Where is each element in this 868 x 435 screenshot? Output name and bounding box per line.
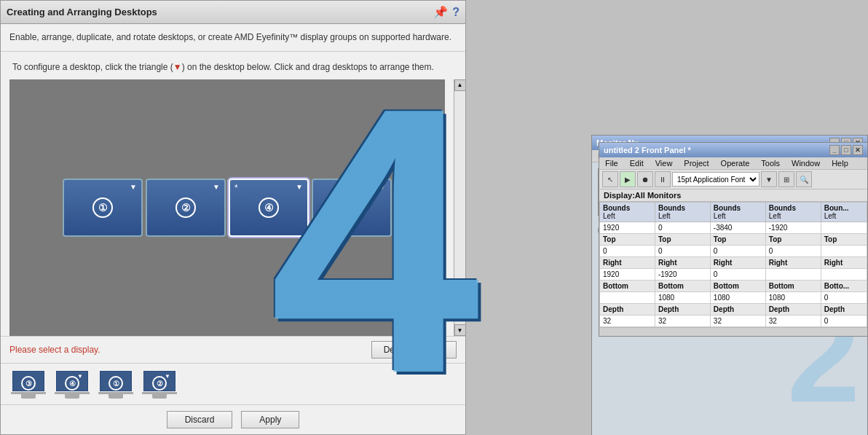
table-row: 1080 1080 1080 0 <box>600 292 867 304</box>
cell-right-label-2: Right <box>655 257 710 269</box>
cell-bottom-label-2: Bottom <box>655 281 710 292</box>
lv-table-container[interactable]: BoundsLeft BoundsLeft BoundsLeft BoundsL… <box>599 202 867 327</box>
lv-close-btn[interactable]: ✕ <box>853 145 863 155</box>
lv-col-header-4: BoundsLeft <box>765 203 821 222</box>
table-row: 32 32 32 32 0 <box>600 316 867 327</box>
lv-pause-tool[interactable]: ⏸ <box>655 171 671 187</box>
lv-project-menu[interactable]: Project <box>678 157 714 169</box>
monitor-2-dropdown[interactable]: ▼ <box>213 183 220 191</box>
cell-bottom-val-4: 1080 <box>765 292 821 304</box>
amd-pin-icon[interactable]: 📌 <box>433 5 448 19</box>
table-row: 1920 0 -3840 -1920 <box>600 222 867 234</box>
cell-bottom-label-3: Bottom <box>710 281 765 292</box>
detect-displays-button[interactable]: Detect Displays <box>371 341 457 358</box>
lv-title-bar: untitled 2 Front Panel * _ □ ✕ <box>599 143 867 157</box>
discard-button[interactable]: Discard <box>167 411 233 428</box>
status-bar: Please select a display. Detect Displays <box>1 336 465 363</box>
monitor-icon-1[interactable]: ① <box>97 369 135 399</box>
scroll-up-btn[interactable]: ▲ <box>454 79 466 91</box>
monitor-icon-2-dropdown[interactable]: ▼ <box>165 373 170 380</box>
cell-bottom-label-4: Bottom <box>765 281 821 292</box>
lv-maximize-btn[interactable]: □ <box>841 145 851 155</box>
cell-bottom-label-1: Bottom <box>600 281 655 292</box>
lv-minimize-btn[interactable]: _ <box>829 145 840 155</box>
monitor-icon-4[interactable]: ④ ▼ <box>53 369 91 399</box>
monitor-icon-3-stand <box>21 393 36 399</box>
desktop-area: ▼ ① ▼ ② * ▼ ④ ▼ <box>9 79 445 336</box>
monitor-icon-3[interactable]: ③ <box>9 369 47 399</box>
lv-stop-tool[interactable]: ⏺ <box>637 171 653 187</box>
monitor-3-number: ④ <box>259 197 279 218</box>
lv-font-dropdown[interactable]: ▼ <box>761 171 777 187</box>
lv-scrollbar-horizontal[interactable] <box>599 327 867 336</box>
monitor-4-dropdown[interactable]: ▼ <box>379 183 386 191</box>
cell-depth-val-1: 32 <box>600 316 655 327</box>
lv-col-header-5: Boun...Left <box>821 203 867 222</box>
cell-right-val-3: 0 <box>710 269 765 281</box>
cell-top-val-1: 0 <box>600 246 655 257</box>
lv-window-menu[interactable]: Window <box>786 157 826 169</box>
monitor-icon-1-stand <box>108 393 123 399</box>
cell-left-2: 0 <box>655 222 710 234</box>
monitor-3-dropdown[interactable]: ▼ <box>296 183 303 191</box>
scrollbar-right[interactable]: ▲ ▼ <box>454 79 465 336</box>
desktop-monitor-2[interactable]: ▼ ② <box>146 179 226 237</box>
cell-depth-label-3: Depth <box>710 304 765 316</box>
monitor-icon-4-dropdown[interactable]: ▼ <box>77 373 83 380</box>
lv-data-table: BoundsLeft BoundsLeft BoundsLeft BoundsL… <box>599 202 867 327</box>
cell-top-val-5 <box>821 246 867 257</box>
cell-depth-val-4: 32 <box>765 316 821 327</box>
lv-panel: untitled 2 Front Panel * _ □ ✕ File Edit… <box>599 142 868 337</box>
table-row: Depth Depth Depth Depth Depth <box>600 304 867 316</box>
cell-bottom-label-5: Botto... <box>821 281 867 292</box>
lv-col-header-3: BoundsLeft <box>710 203 765 222</box>
bottom-buttons: Discard Apply <box>1 404 465 434</box>
cell-bottom-val-2: 1080 <box>655 292 710 304</box>
desktop-monitors-row: ▼ ① ▼ ② * ▼ ④ ▼ <box>63 179 392 237</box>
lv-view-control[interactable]: ⊞ <box>778 171 794 187</box>
cell-right-val-2: -1920 <box>655 269 710 281</box>
lv-file-menu[interactable]: File <box>599 157 624 169</box>
monitor-icons-row: ③ ④ ▼ <box>1 363 465 404</box>
lv-view-menu[interactable]: View <box>650 157 679 169</box>
lv-search-tool[interactable]: 🔍 <box>796 171 812 187</box>
cell-depth-label-5: Depth <box>821 304 867 316</box>
cell-depth-label-2: Depth <box>655 304 710 316</box>
lv-display-label: Display:All Monitors <box>599 189 867 202</box>
cell-left-3: -3840 <box>710 222 765 234</box>
desktop-monitor-4[interactable]: ▼ ③ <box>312 179 392 237</box>
monitor-1-dropdown[interactable]: ▼ <box>130 183 137 191</box>
cell-bottom-val-5: 0 <box>821 292 867 304</box>
monitor-icon-3-number: ③ <box>21 376 36 391</box>
amd-help-icon[interactable]: ? <box>452 6 459 19</box>
lv-help-menu[interactable]: Help <box>826 157 854 169</box>
lv-toolbar: ↖ ▶ ⏺ ⏸ 15pt Application Font ▼ ⊞ 🔍 <box>599 170 867 189</box>
desktop-monitor-1[interactable]: ▼ ① <box>63 179 143 237</box>
cell-right-val-5 <box>821 269 867 281</box>
lv-arrow-tool[interactable]: ↖ <box>602 171 618 187</box>
lv-run-tool[interactable]: ▶ <box>620 171 636 187</box>
desktop-monitor-3[interactable]: * ▼ ④ <box>229 179 309 237</box>
lv-edit-menu[interactable]: Edit <box>624 157 650 169</box>
cell-top-label-1: Top <box>600 234 655 246</box>
scroll-track[interactable] <box>454 91 465 324</box>
cell-depth-label-4: Depth <box>765 304 821 316</box>
monitor-icon-1-screen: ① <box>100 371 132 391</box>
cell-top-label-4: Top <box>765 234 821 246</box>
scroll-down-btn[interactable]: ▼ <box>454 324 466 336</box>
monitor-icon-3-img: ③ <box>9 369 47 399</box>
lv-tools-menu[interactable]: Tools <box>755 157 786 169</box>
monitor-1-number: ① <box>92 197 113 218</box>
lv-panel-title: untitled 2 Front Panel * <box>604 146 691 154</box>
lv-operate-menu[interactable]: Operate <box>715 157 756 169</box>
monitor-icon-2-stand <box>152 393 167 399</box>
cell-top-label-2: Top <box>655 234 710 246</box>
lv-font-select[interactable]: 15pt Application Font <box>672 172 760 187</box>
table-row: Right Right Right Right Right <box>600 257 867 269</box>
apply-button[interactable]: Apply <box>241 411 299 428</box>
amd-content: To configure a desktop, click the triang… <box>1 52 465 434</box>
monitor-3-star: * <box>234 183 238 193</box>
monitor-icon-1-number: ① <box>108 376 123 391</box>
table-row: Top Top Top Top Top <box>600 234 867 246</box>
monitor-icon-2[interactable]: ② ▼ <box>141 369 178 399</box>
